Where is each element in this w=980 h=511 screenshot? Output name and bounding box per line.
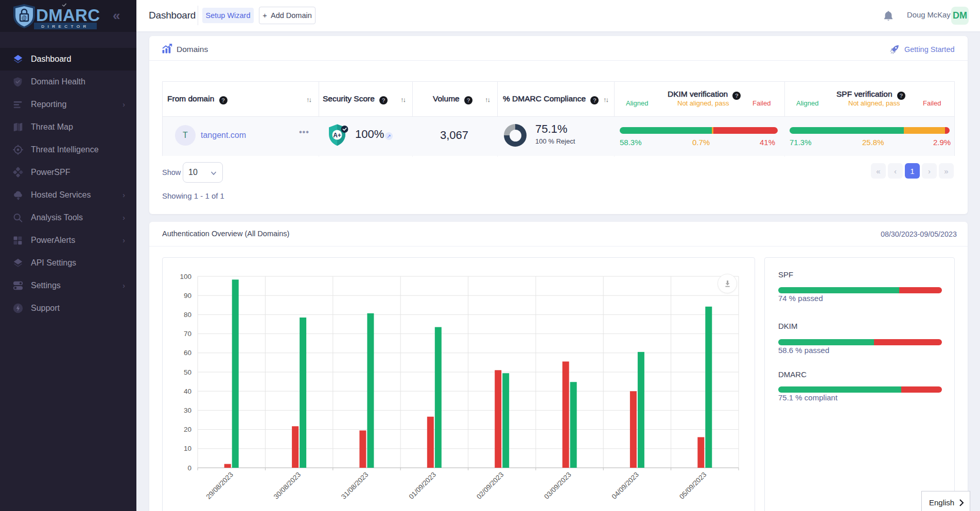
svg-text:@: @ xyxy=(22,15,27,21)
svg-text:30: 30 xyxy=(184,407,191,414)
svg-text:29/08/2023: 29/08/2023 xyxy=(204,471,234,501)
svg-text:03/09/2023: 03/09/2023 xyxy=(542,471,572,501)
svg-text:A+: A+ xyxy=(333,132,341,139)
svg-text:DIRECTOR: DIRECTOR xyxy=(41,24,90,29)
svg-text:80: 80 xyxy=(184,311,191,319)
svg-text:50: 50 xyxy=(184,368,191,376)
svg-text:60: 60 xyxy=(184,349,191,357)
svg-text:04/09/2023: 04/09/2023 xyxy=(610,471,640,501)
svg-text:02/09/2023: 02/09/2023 xyxy=(475,471,505,501)
svg-text:DMARC: DMARC xyxy=(36,6,100,25)
svg-text:05/09/2023: 05/09/2023 xyxy=(678,471,708,501)
svg-text:30/08/2023: 30/08/2023 xyxy=(272,471,302,501)
svg-text:40: 40 xyxy=(184,387,191,395)
svg-text:10: 10 xyxy=(184,445,191,452)
svg-text:90: 90 xyxy=(184,292,191,299)
svg-text:100: 100 xyxy=(180,273,191,280)
svg-text:01/09/2023: 01/09/2023 xyxy=(408,471,437,501)
svg-text:31/08/2023: 31/08/2023 xyxy=(340,471,370,501)
svg-text:20: 20 xyxy=(184,426,191,433)
svg-text:70: 70 xyxy=(184,330,191,338)
svg-text:0: 0 xyxy=(187,464,191,472)
